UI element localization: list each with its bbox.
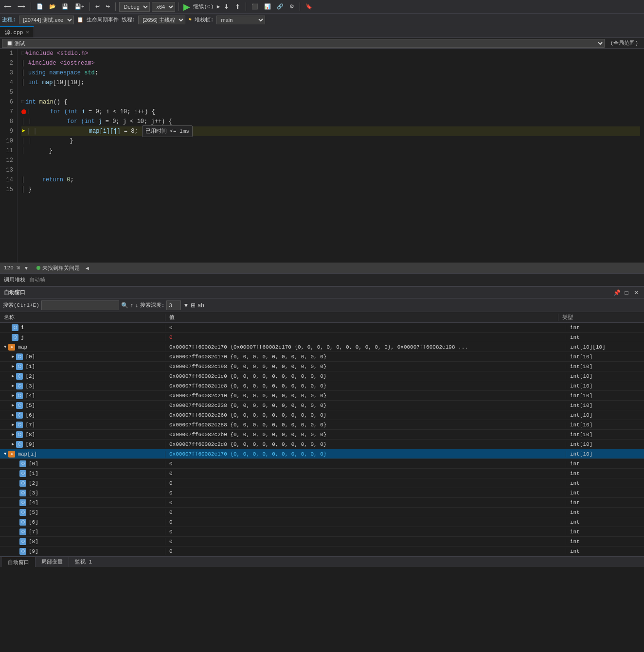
filter-btn2[interactable]: ab [197, 302, 204, 309]
var-name-mapi-8: ⬡ [8] [0, 538, 165, 545]
var-row-map-4[interactable]: ⬡ [4] 0x00007ff60082c210 {0, 0, 0, 0, 0,… [0, 391, 644, 401]
var-row-map-5[interactable]: ⬡ [5] 0x00007ff60082c238 {0, 0, 0, 0, 0,… [0, 401, 644, 410]
var-row-i[interactable]: ⬡ i 0 int [0, 323, 644, 333]
tab-watch1[interactable]: 监视 1 [69, 557, 98, 567]
search-depth-input[interactable] [166, 300, 181, 310]
var-name-map-9: ⬡ [9] [0, 441, 165, 448]
var-row-mapi[interactable]: ◈ map[i] 0x00007ff60082c170 {0, 0, 0, 0,… [0, 449, 644, 459]
expand-map-8[interactable] [12, 432, 14, 437]
expand-map-1[interactable] [12, 364, 14, 369]
undo-btn[interactable]: ↩ [93, 2, 102, 11]
var-row-map-2[interactable]: ⬡ [2] 0x00007ff60082c1c0 {0, 0, 0, 0, 0,… [0, 371, 644, 381]
expand-map-3[interactable] [12, 383, 14, 388]
search-up-btn[interactable]: ↑ [130, 302, 133, 309]
bar-9a: │ [26, 126, 33, 136]
expand-map-4[interactable] [12, 393, 14, 398]
bar-10a: │ [21, 136, 28, 146]
call-stack-label: 调用堆栈 [4, 276, 25, 283]
autos-pin-btn[interactable]: 📌 [613, 289, 621, 297]
stack-dropdown[interactable]: main [216, 16, 265, 24]
continue-btn[interactable]: ▶ [182, 1, 191, 12]
thread-dropdown[interactable]: [2656] 主线程 [138, 16, 185, 24]
var-row-mapi-9[interactable]: ⬡ [9] 0 int [0, 546, 644, 556]
expand-map-5[interactable] [12, 403, 14, 408]
search-input[interactable] [41, 300, 119, 310]
var-icon-map-0: ⬡ [16, 353, 23, 360]
expand-map-0[interactable] [12, 354, 14, 359]
bookmark-btn[interactable]: 🔖 [304, 2, 314, 11]
search-go-btn[interactable]: 🔍 [121, 302, 128, 309]
new-file-btn[interactable]: 📄 [35, 2, 45, 11]
var-type-mapi: int[10] [566, 451, 644, 457]
arch-dropdown[interactable]: x64 [152, 2, 175, 12]
save-btn[interactable]: 💾 [60, 2, 71, 11]
expand-map-9[interactable] [12, 441, 14, 447]
var-row-map-1[interactable]: ⬡ [1] 0x00007ff60082c198 {0, 0, 0, 0, 0,… [0, 362, 644, 371]
fold-1[interactable]: □ [21, 49, 24, 58]
code-line-9: ➤ │ │ map[i][j] = 8; 已用时间 <= 1ms [21, 126, 640, 136]
function-scope-dropdown[interactable]: 🔲 测试 [2, 39, 605, 48]
attach-btn[interactable]: 🔗 [275, 2, 286, 11]
code-content[interactable]: □ #include <stdio.h> │ #include <iostrea… [18, 49, 644, 263]
expand-mapi[interactable] [4, 452, 6, 457]
tab-locals[interactable]: 局部变量 [36, 557, 69, 567]
bar-9b: │ [33, 126, 40, 136]
var-row-mapi-4[interactable]: ⬡ [4] 0 int [0, 498, 644, 508]
var-name-mapi-4: ⬡ [4] [0, 499, 165, 506]
var-row-map[interactable]: ◈ map 0x00007ff60082c170 {0x00007ff60082… [0, 342, 644, 352]
var-row-mapi-6[interactable]: ⬡ [6] 0 int [0, 517, 644, 527]
var-name-map-6: ⬡ [6] [0, 412, 165, 419]
back-btn[interactable]: ⟵ [2, 2, 14, 11]
expand-map-6[interactable] [12, 412, 14, 418]
redo-btn[interactable]: ↪ [104, 2, 112, 11]
step-into-btn[interactable]: ⬆ [233, 2, 242, 11]
depth-dropdown-btn[interactable]: ▼ [183, 302, 189, 309]
var-row-mapi-5[interactable]: ⬡ [5] 0 int [0, 508, 644, 517]
breakpoints-btn[interactable]: ⬛ [250, 2, 260, 11]
var-label-map-7: [7] [25, 422, 35, 428]
variables-table: 名称 值 类型 ⬡ i 0 int ⬡ j 0 int [0, 312, 644, 556]
perf-btn[interactable]: 📊 [262, 2, 273, 11]
var-row-map-3[interactable]: ⬡ [3] 0x00007ff60082c1e8 {0, 0, 0, 0, 0,… [0, 381, 644, 391]
code-line-7: │ for (int i = 0; i < 10; i++) { [21, 107, 640, 117]
var-row-map-9[interactable]: ⬡ [9] 0x00007ff60082c2d8 {0, 0, 0, 0, 0,… [0, 440, 644, 449]
fold-7[interactable]: │ [27, 107, 30, 117]
var-row-map-6[interactable]: ⬡ [6] 0x00007ff60082c260 {0, 0, 0, 0, 0,… [0, 410, 644, 420]
var-label-mapi-2: [2] [29, 480, 38, 486]
expand-map-2[interactable] [12, 373, 14, 379]
tab-close-btn[interactable]: ✕ [26, 29, 29, 35]
lifecycle-icon: 📋 [77, 17, 84, 23]
var-type-map-3: int[10] [566, 383, 644, 389]
save-all-btn[interactable]: 💾+ [72, 2, 86, 11]
step-over-btn[interactable]: ⬇ [222, 2, 231, 11]
var-row-mapi-0[interactable]: ⬡ [0] 0 int [0, 459, 644, 469]
code-2-text: #include <iostream> [28, 58, 95, 68]
settings-btn[interactable]: ⚙ [287, 2, 296, 11]
var-row-mapi-2[interactable]: ⬡ [2] 0 int [0, 478, 644, 488]
var-row-map-0[interactable]: ⬡ [0] 0x00007ff60082c170 {0, 0, 0, 0, 0,… [0, 352, 644, 362]
tab-source-cpp[interactable]: 源.cpp ✕ [0, 26, 34, 37]
filter-btn1[interactable]: ⊞ [191, 302, 196, 309]
search-down-btn[interactable]: ↓ [135, 302, 138, 309]
expand-map[interactable] [4, 345, 6, 350]
forward-btn[interactable]: ⟶ [16, 2, 27, 11]
fold-8[interactable]: │ [28, 117, 31, 126]
expand-map-7[interactable] [12, 422, 14, 427]
debug-config-dropdown[interactable]: Debug [119, 2, 150, 12]
fold-6[interactable]: □ [21, 97, 24, 107]
var-row-mapi-3[interactable]: ⬡ [3] 0 int [0, 488, 644, 498]
process-dropdown[interactable]: [20744] 测试.exe [19, 16, 74, 24]
autos-window: 自动窗口 📌 □ ✕ 搜索(Ctrl+E) 🔍 ↑ ↓ 搜索深度: ▼ ⊞ ab… [0, 286, 644, 567]
var-row-mapi-1[interactable]: ⬡ [1] 0 int [0, 469, 644, 478]
open-file-btn[interactable]: 📂 [47, 2, 58, 11]
var-row-mapi-8[interactable]: ⬡ [8] 0 int [0, 537, 644, 546]
var-row-map-7[interactable]: ⬡ [7] 0x00007ff60082c288 {0, 0, 0, 0, 0,… [0, 420, 644, 430]
autos-maximize-btn[interactable]: □ [623, 289, 630, 297]
zoom-dropdown-btn[interactable]: ▼ [22, 264, 31, 272]
var-icon-mapi-9: ⬡ [19, 548, 26, 555]
var-row-j[interactable]: ⬡ j 0 int [0, 333, 644, 342]
tab-autos[interactable]: 自动窗口 [2, 557, 36, 567]
var-row-map-8[interactable]: ⬡ [8] 0x00007ff60082c2b0 {0, 0, 0, 0, 0,… [0, 430, 644, 440]
autos-close-btn[interactable]: ✕ [632, 289, 640, 297]
var-row-mapi-7[interactable]: ⬡ [7] 0 int [0, 527, 644, 537]
